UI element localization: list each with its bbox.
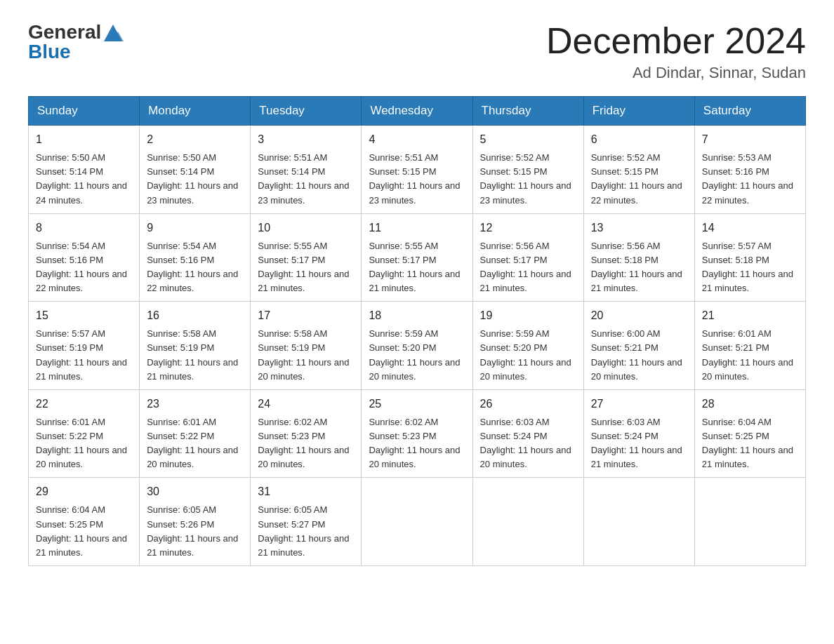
col-wednesday: Wednesday [362, 97, 472, 126]
day-info: Sunrise: 5:54 AMSunset: 5:16 PMDaylight:… [147, 239, 243, 296]
day-info: Sunrise: 5:50 AMSunset: 5:14 PMDaylight:… [147, 151, 243, 208]
table-row [472, 478, 583, 566]
table-row: 9Sunrise: 5:54 AMSunset: 5:16 PMDaylight… [140, 213, 251, 302]
table-row: 15Sunrise: 5:57 AMSunset: 5:19 PMDayligh… [29, 302, 140, 390]
table-row: 27Sunrise: 6:03 AMSunset: 5:24 PMDayligh… [583, 389, 694, 478]
day-number: 29 [36, 483, 132, 500]
day-number: 24 [258, 396, 354, 412]
calendar-header-row: Sunday Monday Tuesday Wednesday Thursday… [29, 97, 806, 126]
day-number: 22 [36, 396, 132, 412]
day-info: Sunrise: 5:53 AMSunset: 5:16 PMDaylight:… [702, 151, 798, 208]
day-info: Sunrise: 6:02 AMSunset: 5:23 PMDaylight:… [369, 415, 465, 472]
day-number: 11 [369, 220, 465, 236]
table-row: 25Sunrise: 6:02 AMSunset: 5:23 PMDayligh… [362, 389, 472, 478]
table-row: 17Sunrise: 5:58 AMSunset: 5:19 PMDayligh… [251, 302, 362, 390]
table-row: 24Sunrise: 6:02 AMSunset: 5:23 PMDayligh… [251, 389, 362, 478]
col-sunday: Sunday [29, 97, 140, 126]
day-number: 10 [258, 220, 354, 236]
day-number: 9 [147, 220, 243, 236]
day-info: Sunrise: 6:04 AMSunset: 5:25 PMDaylight:… [702, 415, 798, 472]
location-title: Ad Dindar, Sinnar, Sudan [546, 64, 806, 82]
table-row: 14Sunrise: 5:57 AMSunset: 5:18 PMDayligh… [694, 213, 805, 302]
day-number: 27 [591, 396, 687, 412]
day-number: 2 [147, 131, 243, 148]
day-number: 6 [591, 131, 687, 148]
day-number: 7 [702, 131, 798, 148]
table-row: 3Sunrise: 5:51 AMSunset: 5:14 PMDaylight… [251, 126, 362, 214]
month-title: December 2024 [546, 21, 806, 61]
table-row: 23Sunrise: 6:01 AMSunset: 5:22 PMDayligh… [140, 389, 251, 478]
day-info: Sunrise: 5:50 AMSunset: 5:14 PMDaylight:… [36, 151, 132, 208]
day-info: Sunrise: 6:01 AMSunset: 5:22 PMDaylight:… [36, 415, 132, 472]
day-number: 19 [480, 307, 576, 324]
day-info: Sunrise: 6:02 AMSunset: 5:23 PMDaylight:… [258, 415, 354, 472]
day-info: Sunrise: 5:58 AMSunset: 5:19 PMDaylight:… [147, 327, 243, 384]
day-number: 21 [702, 307, 798, 324]
day-number: 26 [480, 396, 576, 412]
col-monday: Monday [140, 97, 251, 126]
col-saturday: Saturday [694, 97, 805, 126]
page-header: General Blue December 2024 Ad Dindar, Si… [28, 21, 806, 82]
day-info: Sunrise: 6:00 AMSunset: 5:21 PMDaylight:… [591, 327, 687, 384]
table-row: 28Sunrise: 6:04 AMSunset: 5:25 PMDayligh… [694, 389, 805, 478]
day-info: Sunrise: 6:05 AMSunset: 5:26 PMDaylight:… [147, 503, 243, 560]
logo-blue-text: Blue [28, 41, 71, 63]
day-info: Sunrise: 5:51 AMSunset: 5:14 PMDaylight:… [258, 151, 354, 208]
day-info: Sunrise: 6:01 AMSunset: 5:22 PMDaylight:… [147, 415, 243, 472]
table-row [694, 478, 805, 566]
day-info: Sunrise: 6:05 AMSunset: 5:27 PMDaylight:… [258, 503, 354, 560]
table-row: 26Sunrise: 6:03 AMSunset: 5:24 PMDayligh… [472, 389, 583, 478]
day-number: 16 [147, 307, 243, 324]
table-row: 10Sunrise: 5:55 AMSunset: 5:17 PMDayligh… [251, 213, 362, 302]
day-number: 15 [36, 307, 132, 324]
day-number: 25 [369, 396, 465, 412]
calendar-week-row: 15Sunrise: 5:57 AMSunset: 5:19 PMDayligh… [29, 302, 806, 390]
table-row: 20Sunrise: 6:00 AMSunset: 5:21 PMDayligh… [583, 302, 694, 390]
calendar-week-row: 22Sunrise: 6:01 AMSunset: 5:22 PMDayligh… [29, 389, 806, 478]
table-row: 21Sunrise: 6:01 AMSunset: 5:21 PMDayligh… [694, 302, 805, 390]
day-info: Sunrise: 5:58 AMSunset: 5:19 PMDaylight:… [258, 327, 354, 384]
day-info: Sunrise: 5:57 AMSunset: 5:19 PMDaylight:… [36, 327, 132, 384]
table-row [583, 478, 694, 566]
col-tuesday: Tuesday [251, 97, 362, 126]
day-number: 13 [591, 220, 687, 236]
day-number: 20 [591, 307, 687, 324]
logo: General Blue [28, 21, 124, 63]
logo-icon [102, 22, 124, 43]
table-row: 5Sunrise: 5:52 AMSunset: 5:15 PMDaylight… [472, 126, 583, 214]
table-row: 2Sunrise: 5:50 AMSunset: 5:14 PMDaylight… [140, 126, 251, 214]
day-number: 23 [147, 396, 243, 412]
table-row: 12Sunrise: 5:56 AMSunset: 5:17 PMDayligh… [472, 213, 583, 302]
title-section: December 2024 Ad Dindar, Sinnar, Sudan [546, 21, 806, 82]
table-row: 18Sunrise: 5:59 AMSunset: 5:20 PMDayligh… [362, 302, 472, 390]
table-row: 31Sunrise: 6:05 AMSunset: 5:27 PMDayligh… [251, 478, 362, 566]
day-number: 14 [702, 220, 798, 236]
table-row: 6Sunrise: 5:52 AMSunset: 5:15 PMDaylight… [583, 126, 694, 214]
day-info: Sunrise: 6:04 AMSunset: 5:25 PMDaylight:… [36, 503, 132, 560]
day-number: 8 [36, 220, 132, 236]
day-info: Sunrise: 5:59 AMSunset: 5:20 PMDaylight:… [480, 327, 576, 384]
calendar-week-row: 1Sunrise: 5:50 AMSunset: 5:14 PMDaylight… [29, 126, 806, 214]
day-info: Sunrise: 6:03 AMSunset: 5:24 PMDaylight:… [480, 415, 576, 472]
day-number: 28 [702, 396, 798, 412]
calendar-table: Sunday Monday Tuesday Wednesday Thursday… [28, 96, 806, 566]
calendar-week-row: 8Sunrise: 5:54 AMSunset: 5:16 PMDaylight… [29, 213, 806, 302]
day-info: Sunrise: 5:51 AMSunset: 5:15 PMDaylight:… [369, 151, 465, 208]
day-info: Sunrise: 5:55 AMSunset: 5:17 PMDaylight:… [369, 239, 465, 296]
day-info: Sunrise: 5:52 AMSunset: 5:15 PMDaylight:… [591, 151, 687, 208]
table-row: 16Sunrise: 5:58 AMSunset: 5:19 PMDayligh… [140, 302, 251, 390]
day-number: 5 [480, 131, 576, 148]
day-info: Sunrise: 5:54 AMSunset: 5:16 PMDaylight:… [36, 239, 132, 296]
day-number: 18 [369, 307, 465, 324]
day-number: 30 [147, 483, 243, 500]
table-row: 29Sunrise: 6:04 AMSunset: 5:25 PMDayligh… [29, 478, 140, 566]
table-row: 11Sunrise: 5:55 AMSunset: 5:17 PMDayligh… [362, 213, 472, 302]
day-info: Sunrise: 5:56 AMSunset: 5:17 PMDaylight:… [480, 239, 576, 296]
col-thursday: Thursday [472, 97, 583, 126]
table-row: 4Sunrise: 5:51 AMSunset: 5:15 PMDaylight… [362, 126, 472, 214]
col-friday: Friday [583, 97, 694, 126]
table-row: 19Sunrise: 5:59 AMSunset: 5:20 PMDayligh… [472, 302, 583, 390]
day-number: 12 [480, 220, 576, 236]
day-info: Sunrise: 5:59 AMSunset: 5:20 PMDaylight:… [369, 327, 465, 384]
day-info: Sunrise: 5:55 AMSunset: 5:17 PMDaylight:… [258, 239, 354, 296]
